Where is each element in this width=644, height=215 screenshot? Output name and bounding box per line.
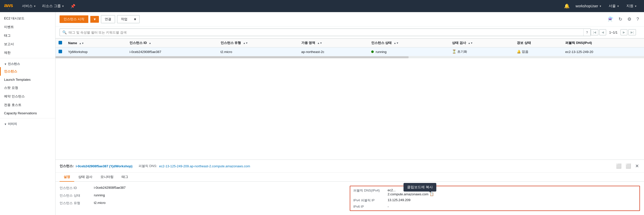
sidebar-section-instances: ▼ 인스턴스 bbox=[0, 59, 55, 67]
instances-table: Name ▲▼ 인스턴스 ID ▲ 인스턴스 유형 ▲▼ 가용 영역 ▲▼ 인스… bbox=[56, 38, 644, 56]
connect-button[interactable]: 연결 bbox=[101, 15, 115, 23]
col-availability-zone[interactable]: 가용 영역 ▲▼ bbox=[298, 39, 368, 47]
header-checkbox-cell bbox=[56, 39, 65, 47]
tab-status-check[interactable]: 상태 검사 bbox=[74, 173, 96, 182]
sidebar-item-limits[interactable]: 제한 bbox=[0, 48, 55, 57]
actions-btn-group: 작업 ▼ bbox=[117, 15, 140, 23]
support-nav[interactable]: 지원 ▼ bbox=[623, 0, 640, 12]
col-status-check[interactable]: 상태 검사 ▲▼ bbox=[449, 39, 514, 47]
highlight-box: 퍼블릭 DNS(IPv4) ec2... 2.compute.amazonaws… bbox=[350, 186, 640, 211]
status-running-dot bbox=[371, 50, 374, 53]
region-nav[interactable]: 서울 ▼ bbox=[606, 0, 622, 12]
minimize-icon-button[interactable]: ⬜ bbox=[615, 162, 623, 170]
start-instance-button[interactable]: 인스턴스 시작 bbox=[60, 15, 88, 23]
row-availability-zone: ap-northeast-2c bbox=[298, 47, 368, 56]
detail-row-instance-state: 인스턴스 상태 running bbox=[60, 193, 350, 198]
detail-ipv4-value: 13.125.249.209 bbox=[388, 198, 410, 202]
detail-row-public-dns: 퍼블릭 DNS(IPv4) ec2... 2.compute.amazonaws… bbox=[353, 188, 434, 196]
refresh-icon-button[interactable]: ↻ bbox=[618, 15, 623, 23]
sidebar-item-launch-templates[interactable]: Launch Templates bbox=[0, 76, 55, 84]
detail-row-instance-type: 인스턴스 유형 t2.micro bbox=[60, 201, 350, 205]
row-checkbox[interactable] bbox=[59, 50, 62, 53]
detail-panel: 인스턴스: i-0ceb242908f5ae387 (YjdWorkshop) … bbox=[56, 159, 644, 215]
table-row[interactable]: YjdWorkshop i-0ceb242908f5ae387 t2.micro… bbox=[56, 47, 644, 56]
sidebar-item-tags[interactable]: 태그 bbox=[0, 31, 55, 40]
page-info: 1~1/1 bbox=[607, 31, 620, 34]
az-sort-icon: ▲▼ bbox=[317, 42, 322, 44]
search-help-icon[interactable]: ? bbox=[583, 29, 591, 36]
instance-id-link[interactable]: i-0ceb242908f5ae387 (YjdWorkshop) bbox=[76, 164, 132, 168]
row-instance-status: running bbox=[368, 47, 449, 56]
detail-row-ipv4-public: IPv4 퍼블릭 IP 13.125.249.209 bbox=[353, 198, 410, 203]
last-page-button[interactable]: ▶| bbox=[628, 29, 636, 35]
detail-tabs: 설명 상태 검사 모니터링 태그 bbox=[56, 173, 644, 182]
type-sort-icon: ▲▼ bbox=[243, 42, 248, 44]
detail-right-col: 퍼블릭 DNS(IPv4) ec2... 2.compute.amazonaws… bbox=[350, 186, 640, 211]
col-public-dns: 퍼블릭 DNS(IPv4) bbox=[562, 39, 644, 47]
instances-table-container: Name ▲▼ 인스턴스 ID ▲ 인스턴스 유형 ▲▼ 가용 영역 ▲▼ 인스… bbox=[56, 38, 644, 159]
init-icon: ⏳ bbox=[452, 49, 456, 53]
close-detail-button[interactable]: ✕ bbox=[634, 162, 640, 170]
table-header-row: Name ▲▼ 인스턴스 ID ▲ 인스턴스 유형 ▲▼ 가용 영역 ▲▼ 인스… bbox=[56, 39, 644, 47]
search-icon: 🔍 bbox=[62, 30, 67, 34]
sidebar-item-capacity-reservations[interactable]: Capacity Reservations bbox=[0, 109, 55, 117]
row-alarm-status: 🔔 없음 bbox=[514, 47, 562, 56]
row-checkbox-cell bbox=[56, 47, 65, 56]
instance-header: 인스턴스: i-0ceb242908f5ae387 (YjdWorkshop) … bbox=[56, 160, 644, 173]
col-instance-type[interactable]: 인스턴스 유형 ▲▼ bbox=[218, 39, 298, 47]
sidebar-item-reserved-instances[interactable]: 예약 인스턴스 bbox=[0, 92, 55, 101]
check-sort-icon: ▲▼ bbox=[468, 42, 473, 44]
name-sort-icon: ▲▼ bbox=[79, 42, 84, 45]
sidebar-divider-1 bbox=[0, 58, 55, 58]
sidebar-item-ec2-dashboard[interactable]: EC2 대시보드 bbox=[0, 14, 55, 23]
sidebar-item-spot-requests[interactable]: 스팟 요청 bbox=[0, 84, 55, 92]
user-chevron-icon: ▼ bbox=[599, 5, 602, 8]
pin-nav[interactable]: 📌 bbox=[67, 0, 78, 12]
header-checkbox[interactable] bbox=[59, 41, 62, 44]
images-collapse-icon[interactable]: ▼ bbox=[4, 123, 7, 126]
settings-icon-button[interactable]: ⚙ bbox=[626, 15, 632, 23]
id-sort-icon: ▲ bbox=[149, 42, 151, 44]
sidebar: EC2 대시보드 이벤트 태그 보고서 제한 ▼ 인스턴스 인스턴스 bbox=[0, 12, 56, 215]
sidebar-item-dedicated-hosts[interactable]: 전용 호스트 bbox=[0, 101, 55, 109]
nav-right: 🔔 workshopUser ▼ 서울 ▼ 지원 ▼ bbox=[562, 0, 640, 12]
row-status-check: ⏳ 초기화 bbox=[449, 47, 514, 56]
services-nav[interactable]: 서비스 ▼ bbox=[19, 0, 39, 12]
col-name[interactable]: Name ▲▼ bbox=[65, 39, 126, 47]
start-instance-dropdown-button[interactable]: ▼ bbox=[90, 16, 99, 23]
search-row: 🔍 ? |◀ ◀ 1~1/1 ▶ ▶| bbox=[56, 26, 644, 38]
row-instance-type: t2.micro bbox=[218, 47, 298, 56]
row-public-dns: ec2-13-125-249-20 bbox=[562, 47, 644, 56]
horizontal-scrollbar[interactable] bbox=[56, 56, 644, 58]
first-page-button[interactable]: |◀ bbox=[591, 29, 598, 35]
col-alarm-status[interactable]: 경보 상태 bbox=[514, 39, 562, 47]
expand-icon-button[interactable]: ⬜ bbox=[625, 162, 632, 170]
bell-icon[interactable]: 🔔 bbox=[562, 3, 572, 9]
pin-icon: 📌 bbox=[70, 4, 75, 9]
region-chevron-icon: ▼ bbox=[617, 5, 619, 8]
search-input[interactable] bbox=[69, 31, 581, 34]
sidebar-item-instances[interactable]: 인스턴스 bbox=[0, 67, 55, 76]
actions-dropdown-button[interactable]: ▼ bbox=[131, 15, 140, 23]
row-instance-id: i-0ceb242908f5ae387 bbox=[126, 47, 217, 56]
actions-button[interactable]: 작업 bbox=[117, 15, 131, 23]
tab-monitoring[interactable]: 모니터링 bbox=[96, 173, 118, 182]
user-nav[interactable]: workshopUser ▼ bbox=[573, 0, 605, 12]
detail-row-ipv6: IPv6 IP - bbox=[353, 205, 389, 208]
tab-tags[interactable]: 태그 bbox=[118, 173, 132, 182]
tab-description[interactable]: 설명 bbox=[60, 173, 74, 182]
col-instance-id[interactable]: 인스턴스 ID ▲ bbox=[126, 39, 217, 47]
sidebar-section-images: ▼ 이미지 bbox=[0, 119, 55, 127]
sidebar-item-events[interactable]: 이벤트 bbox=[0, 23, 55, 31]
help-icon-button[interactable]: ? bbox=[635, 16, 640, 23]
flask-icon-button[interactable]: ⚗️ bbox=[607, 15, 614, 23]
next-page-button[interactable]: ▶ bbox=[621, 29, 627, 35]
sidebar-item-reports[interactable]: 보고서 bbox=[0, 40, 55, 48]
prev-page-button[interactable]: ◀ bbox=[599, 29, 606, 35]
collapse-icon[interactable]: ▼ bbox=[4, 63, 7, 66]
aws-logo[interactable]: aws ⌄ bbox=[4, 3, 14, 10]
resources-nav[interactable]: 리소스 그룹 ▼ bbox=[39, 0, 67, 12]
col-instance-status[interactable]: 인스턴스 상태 ▲▼ bbox=[368, 39, 449, 47]
pagination: |◀ ◀ 1~1/1 ▶ ▶| bbox=[591, 29, 640, 35]
resources-chevron-icon: ▼ bbox=[62, 5, 64, 8]
